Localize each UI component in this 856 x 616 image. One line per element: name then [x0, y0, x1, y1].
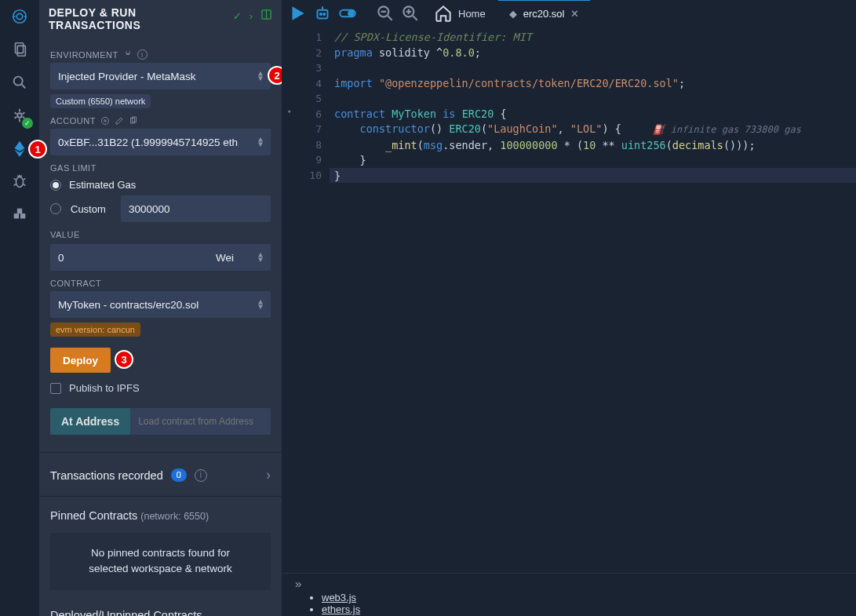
expand-terminal-icon[interactable]: »	[295, 577, 301, 590]
svg-rect-7	[14, 213, 19, 218]
plugin-icon[interactable]	[11, 206, 28, 223]
tab-erc20[interactable]: ◆ erc20.sol ✕	[498, 0, 591, 27]
gas-custom-text: Custom	[71, 203, 111, 215]
pinned-contracts-title: Pinned Contracts (network: 6550)	[50, 497, 271, 523]
plus-icon[interactable]	[100, 116, 110, 126]
value-input[interactable]	[50, 244, 208, 271]
svg-point-6	[16, 177, 23, 188]
contract-select[interactable]: MyToken - contracts/erc20.sol	[50, 291, 271, 318]
gas-limit-label: GAS LIMIT	[50, 163, 271, 173]
close-tab-icon[interactable]: ✕	[570, 8, 579, 20]
at-address-input[interactable]	[130, 408, 271, 435]
value-label: VALUE	[50, 230, 271, 239]
gas-estimated-radio[interactable]	[50, 180, 61, 191]
pinned-empty-message: No pinned contracts found forselected wo…	[50, 533, 271, 590]
gas-estimated-text: Estimated Gas	[69, 179, 136, 191]
solidity-file-icon: ◆	[509, 8, 517, 20]
gas-custom-radio[interactable]	[50, 203, 61, 214]
copy-icon[interactable]	[129, 116, 138, 126]
publish-ipfs-checkbox[interactable]	[50, 383, 61, 394]
account-select[interactable]: 0xEBF...31B22 (1.9999945714925 eth	[50, 129, 271, 155]
contract-label: CONTRACT	[50, 279, 271, 288]
deployed-contracts-title: Deployed/Unpinned Contracts	[50, 590, 271, 617]
environment-select[interactable]: Injected Provider - MetaMask	[50, 63, 271, 89]
environment-label: ENVIRONMENT i	[50, 49, 271, 60]
transactions-recorded-row[interactable]: Transactions recorded 0 i ›	[50, 453, 271, 490]
fold-caret-icon[interactable]: ▾	[287, 104, 291, 120]
code-content[interactable]: // SPDX-License-Identifier: MIT pragma s…	[330, 27, 856, 573]
editor-toolbar: Home ◆ erc20.sol ✕	[282, 0, 856, 27]
search-icon[interactable]	[11, 74, 28, 91]
compiler-icon[interactable]: ✓	[11, 107, 28, 124]
info-icon[interactable]: i	[137, 49, 148, 60]
deploy-button[interactable]: Deploy	[50, 348, 111, 373]
tx-count-badge: 0	[171, 468, 187, 482]
svg-rect-3	[17, 46, 25, 56]
run-icon[interactable]	[287, 3, 308, 24]
svg-point-5	[17, 113, 22, 118]
zoom-in-icon[interactable]	[400, 3, 421, 24]
panel-title: DEPLOY & RUNTRANSACTIONS	[49, 6, 140, 31]
plug-icon	[123, 50, 133, 60]
robot-icon[interactable]	[312, 3, 333, 24]
home-tab[interactable]: Home	[425, 3, 494, 24]
files-icon[interactable]	[11, 41, 28, 58]
gas-hint: ⛽ infinite gas 733800 gas	[653, 124, 800, 135]
check-icon[interactable]: ✓	[233, 10, 242, 22]
editor-footer: » web3.js ethers.js	[282, 573, 856, 616]
editor-pane: Home ◆ erc20.sol ✕ 1 2 3 4 5 6 7 8 9 10 …	[282, 0, 856, 616]
chevron-right-icon: ›	[266, 467, 271, 483]
svg-point-15	[320, 13, 322, 15]
annotation-2: 2	[268, 66, 282, 85]
layout-icon[interactable]	[260, 9, 272, 23]
panel-header: DEPLOY & RUNTRANSACTIONS ✓ ›	[39, 0, 282, 38]
gas-custom-input[interactable]	[121, 195, 271, 222]
info-icon[interactable]: i	[195, 469, 207, 482]
svg-rect-8	[20, 213, 25, 218]
svg-rect-9	[17, 209, 22, 213]
svg-point-4	[14, 77, 23, 86]
at-address-button[interactable]: At Address	[50, 408, 130, 435]
chevron-right-icon[interactable]: ›	[250, 10, 253, 22]
line-gutter: 1 2 3 4 5 6 7 8 9 10 ▾	[282, 27, 330, 573]
svg-point-16	[323, 13, 325, 15]
footer-link-web3[interactable]: web3.js	[322, 592, 843, 603]
compiler-ok-badge: ✓	[22, 118, 33, 129]
annotation-1: 1	[28, 140, 47, 159]
svg-rect-14	[318, 10, 328, 19]
annotation-3: 3	[115, 350, 133, 369]
footer-link-ethers[interactable]: ethers.js	[322, 603, 843, 615]
toggle-icon[interactable]	[337, 3, 358, 24]
account-label: ACCOUNT	[50, 116, 271, 126]
zoom-out-icon[interactable]	[375, 3, 395, 24]
deploy-icon[interactable]: 1	[11, 140, 28, 157]
svg-point-1	[16, 13, 22, 19]
debugger-icon[interactable]	[11, 173, 28, 190]
value-unit-select[interactable]: Wei	[208, 244, 271, 271]
svg-point-18	[348, 11, 354, 16]
network-pill: Custom (6550) network	[50, 94, 151, 108]
evm-version-pill: evm version: cancun	[50, 323, 140, 337]
logo-icon[interactable]	[11, 8, 28, 25]
publish-ipfs-label: Publish to IPFS	[69, 382, 140, 394]
svg-rect-2	[16, 43, 24, 53]
icon-sidebar: ✓ 1	[0, 0, 39, 616]
code-area[interactable]: 1 2 3 4 5 6 7 8 9 10 ▾ // SPDX-License-I…	[282, 27, 856, 573]
edit-icon[interactable]	[115, 116, 124, 126]
deploy-panel: DEPLOY & RUNTRANSACTIONS ✓ › ENVIRONMENT…	[39, 0, 282, 616]
